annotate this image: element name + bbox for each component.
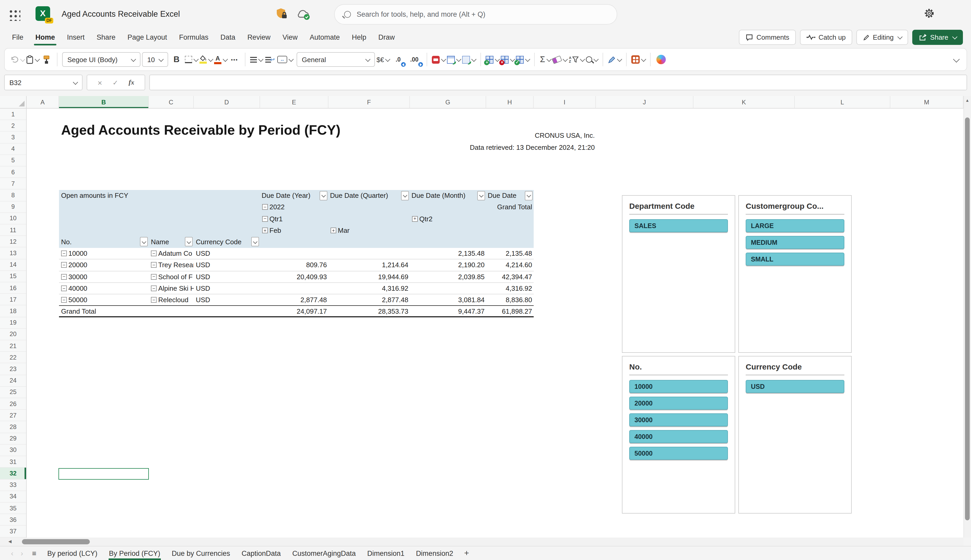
ink-button[interactable] [608,52,621,67]
row-header-19[interactable]: 19 [0,317,26,328]
search-input[interactable]: Search for tools, help, and more (Alt + … [334,4,617,25]
pivot-month-cell-2[interactable]: +Mar [329,224,410,236]
format-cells-button[interactable]: ✓ [516,52,530,67]
ribbon-tab-automate[interactable]: Automate [309,32,340,43]
scroll-up-icon[interactable]: ▲ [965,98,969,103]
row-header-16[interactable]: 16 [0,282,26,294]
row-header-5[interactable]: 5 [0,155,26,167]
pivot-row-name[interactable]: −Trey Resear [149,259,194,271]
horizontal-scrollbar[interactable]: ◀ [0,538,963,546]
app-launcher-icon[interactable] [8,8,20,21]
undo-button[interactable] [10,52,25,67]
sheet-tab-due-by-currencies[interactable]: Due by Currencies [166,547,236,560]
row-header-6[interactable]: 6 [0,167,26,178]
pivot-row-filter-2[interactable] [185,237,193,247]
number-format-select[interactable]: General [297,52,375,67]
row-header-20[interactable]: 20 [0,329,26,340]
column-header-J[interactable]: J [596,96,694,108]
row-header-29[interactable]: 29 [0,433,26,444]
row-header-11[interactable]: 11 [0,224,26,236]
pivot-row-no[interactable]: −50000 [59,294,149,305]
pivot-row-filter-3[interactable] [251,237,259,247]
column-header-F[interactable]: F [329,96,410,108]
slicer-item-large[interactable]: LARGE [746,219,844,232]
pivot-row-name[interactable]: −Alpine Ski H [149,282,194,294]
ribbon-tab-review[interactable]: Review [247,32,271,43]
column-header-A[interactable]: A [27,96,59,108]
format-painter-button[interactable] [41,52,52,67]
row-header-33[interactable]: 33 [0,479,26,491]
column-header-K[interactable]: K [694,96,795,108]
fill-color-button[interactable] [200,52,212,67]
ribbon-tab-view[interactable]: View [282,32,298,43]
font-color-button[interactable]: A [214,52,227,67]
pivot-row-no[interactable]: −30000 [59,271,149,282]
insert-function-button[interactable]: fx [129,78,135,87]
name-box[interactable]: B32 [4,75,82,90]
row-header-1[interactable]: 1 [0,108,26,120]
font-size-select[interactable]: 10 [142,52,168,67]
row-header-30[interactable]: 30 [0,445,26,456]
add-sheet-button[interactable]: + [459,548,474,558]
ribbon-tab-home[interactable]: Home [35,32,56,43]
increase-decimal-button[interactable]: .00 [407,52,422,67]
row-header-35[interactable]: 35 [0,503,26,514]
slicer-item-small[interactable]: SMALL [746,253,844,266]
ribbon-tab-data[interactable]: Data [220,32,236,43]
pivot-row-no[interactable]: −20000 [59,259,149,271]
pivot-year-cell[interactable]: −2022 [260,201,329,213]
row-header-28[interactable]: 28 [0,422,26,433]
collapse-icon[interactable]: − [262,216,268,222]
conditional-formatting-button[interactable] [432,52,446,67]
sheet-view-button[interactable] [631,52,646,67]
row-header-26[interactable]: 26 [0,398,26,410]
pivot-row-no[interactable]: −40000 [59,282,149,294]
pivot-column-filter-3[interactable] [477,191,485,200]
row-header-14[interactable]: 14 [0,259,26,271]
editing-mode-button[interactable]: Editing [856,30,908,45]
column-header-I[interactable]: I [534,96,596,108]
pivot-column-filter-4[interactable] [525,191,533,200]
collapse-icon[interactable]: − [262,204,268,210]
sheet-tab-dimension2[interactable]: Dimension2 [410,547,459,560]
row-header-15[interactable]: 15 [0,271,26,282]
collapse-icon[interactable]: − [151,250,157,256]
expand-icon[interactable]: + [412,216,418,222]
currency-format-button[interactable]: $€ [377,52,390,67]
document-title[interactable]: Aged Accounts Receivable Excel [62,9,180,19]
sort-filter-button[interactable]: AZ [569,52,584,67]
column-header-E[interactable]: E [260,96,329,108]
column-header-B[interactable]: B [59,96,149,108]
row-header-23[interactable]: 23 [0,363,26,375]
row-header-24[interactable]: 24 [0,375,26,387]
row-header-3[interactable]: 3 [0,132,26,143]
row-header-10[interactable]: 10 [0,213,26,224]
pivot-row-name[interactable]: −Relecloud [149,294,194,305]
slicer-item-50000[interactable]: 50000 [629,447,728,460]
comments-button[interactable]: Comments [739,30,796,45]
row-header-32[interactable]: 32 [0,468,26,479]
pivot-column-filter-1[interactable] [320,191,327,200]
sheet-tab-customeragingdata[interactable]: CustomerAgingData [287,547,361,560]
ribbon-tab-draw[interactable]: Draw [378,32,395,43]
pivot-row-name[interactable]: −Adatum Co [149,248,194,259]
row-header-8[interactable]: 8 [0,190,26,201]
column-header-H[interactable]: H [486,96,534,108]
pivot-quarter-cell-1[interactable]: −Qtr1 [260,213,329,224]
all-sheets-menu-button[interactable]: ≡ [27,549,42,557]
slicer-item-30000[interactable]: 30000 [629,413,728,427]
pivot-row-name[interactable]: −School of F [149,271,194,282]
row-header-22[interactable]: 22 [0,352,26,363]
collapse-icon[interactable]: − [151,297,157,303]
collapse-icon[interactable]: − [151,274,157,280]
scroll-left-icon[interactable]: ◀ [8,539,12,543]
settings-gear-icon[interactable] [924,8,935,19]
more-font-options-button[interactable]: ••• [229,52,240,67]
cell-styles-button[interactable] [462,52,476,67]
insert-cells-button[interactable]: + [486,52,499,67]
collapse-icon[interactable]: − [61,274,67,280]
row-header-4[interactable]: 4 [0,143,26,155]
row-header-13[interactable]: 13 [0,248,26,259]
sheet-nav-prev-button[interactable]: ‹ [7,549,17,557]
row-header-7[interactable]: 7 [0,178,26,190]
